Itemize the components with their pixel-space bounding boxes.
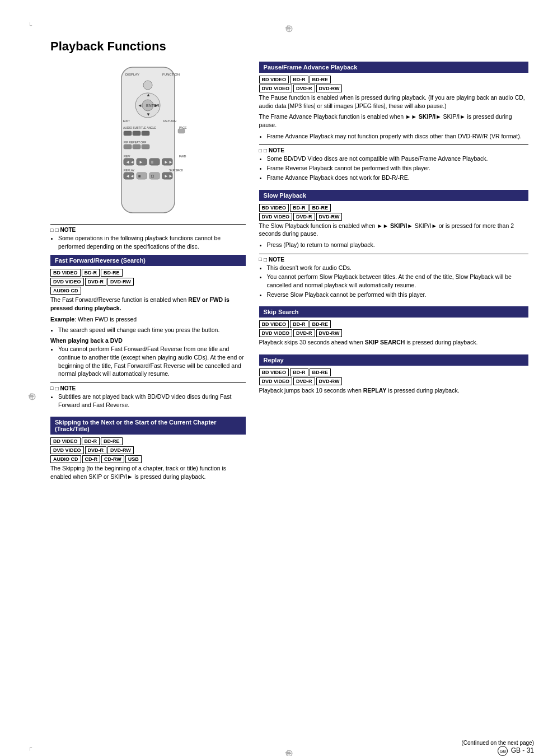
badge-dvd-r-p: DVD-R <box>293 85 315 92</box>
skipping-header: Skipping to the Next or the Start of the… <box>50 417 246 435</box>
badge-dvd-rw: DVD-RW <box>107 278 134 286</box>
badge-dvd-rw-r: DVD-RW <box>316 377 343 385</box>
page-num-text: GB - 31 <box>511 746 534 754</box>
pause-note-item-1: Frame Reverse Playback cannot be perform… <box>267 164 528 172</box>
slow-note-item-2: Reverse Slow Playback cannot be performe… <box>267 291 528 299</box>
slow-note-box: □ NOTE This doesn't work for audio CDs. … <box>259 254 528 299</box>
slow-body1: The Slow Playback function is enabled wh… <box>259 222 528 238</box>
pause-note-title: □ NOTE <box>259 147 528 153</box>
intro-note-box: □ NOTE Some operations in the following … <box>50 224 246 250</box>
ff-bullets: The search speed will change each time y… <box>50 326 246 334</box>
badge-dvd-video: DVD VIDEO <box>50 278 84 286</box>
ff-note-item: Subtitles are not played back with BD/DV… <box>58 393 246 409</box>
badge-dvd-r: DVD-R <box>85 278 107 286</box>
replay-body: Playback jumps back 10 seconds when REPL… <box>259 386 528 395</box>
corner-mark-tl: └ <box>28 22 32 29</box>
skip-badges-row1: BD VIDEO BD-R BD-RE <box>50 437 246 445</box>
fast-forward-header: Fast Forward/Reverse (Search) <box>50 255 246 266</box>
page-container: └ ┘ ┌ ┐ ⊕ ⊕ ⊕ ⊕ Playback Playback Functi… <box>22 17 534 756</box>
ff-note-box: □ NOTE Subtitles are not played back wit… <box>50 382 246 409</box>
svg-text:AUDIO SUBTITLE ANGLE: AUDIO SUBTITLE ANGLE <box>123 126 157 129</box>
skip-badges-row2: DVD VIDEO DVD-R DVD-RW <box>50 446 246 454</box>
svg-point-3 <box>143 81 152 90</box>
badge-bd-r: BD-R <box>82 269 100 277</box>
skip-search-section: Skip Search BD VIDEO BD-R BD-RE DVD VIDE… <box>259 306 528 347</box>
intro-note-list: Some operations in the following playbac… <box>50 234 246 250</box>
replay-bold: REPLAY <box>363 387 387 394</box>
badge-dvd-rw-sl: DVD-RW <box>316 213 343 221</box>
page-footer: (Continued on the next page) GB GB - 31 <box>461 740 534 756</box>
slow-note-item-1: You cannot perform Slow Playback between… <box>267 273 528 289</box>
ff-badges-row2: DVD VIDEO DVD-R DVD-RW <box>50 278 246 286</box>
badge-dvd-rw-s: DVD-RW <box>107 446 134 454</box>
svg-text:PIP  REPEAT  OFF: PIP REPEAT OFF <box>124 141 146 144</box>
pause-body1: The Pause function is enabled when is pr… <box>259 94 528 110</box>
svg-rect-22 <box>142 144 149 149</box>
badge-dvd-r-sl: DVD-R <box>293 213 315 221</box>
svg-text:►: ► <box>139 160 143 165</box>
intro-note-title: □ NOTE <box>50 227 246 233</box>
badge-bd-re-ss: BD-RE <box>310 320 331 328</box>
badge-bd-video-p: BD VIDEO <box>259 76 289 83</box>
badge-dvd-rw-ss: DVD-RW <box>316 329 343 337</box>
crosshair-left: ⊕ <box>28 390 37 399</box>
crosshair-bottom: ⊕ <box>285 747 294 756</box>
slow-note-title: □ NOTE <box>259 256 528 263</box>
badge-bd-video-sl: BD VIDEO <box>259 204 289 212</box>
pause-note-item-0: Some BD/DVD Video discs are not compatib… <box>267 155 528 163</box>
main-content: DISPLAY FUNCTION ENTER ▲ ▼ ◄ ► EXIT RETU… <box>50 62 528 489</box>
badge-bd-video-ss: BD VIDEO <box>259 320 289 328</box>
svg-text:◄◄: ◄◄ <box>125 174 134 179</box>
replay-badges-row1: BD VIDEO BD-R BD-RE <box>259 368 528 376</box>
badge-bd-r-r: BD-R <box>290 368 308 376</box>
badge-usb-s: USB <box>125 455 142 463</box>
page-number: GB GB - 31 <box>461 746 534 756</box>
badge-dvd-video-ss: DVD VIDEO <box>259 329 293 337</box>
pause-bullet1: Frame Advance Playback may not function … <box>267 132 528 141</box>
badge-bd-r-p: BD-R <box>290 76 308 83</box>
ff-body1: The Fast Forward/Reverse function is ena… <box>50 296 246 312</box>
svg-rect-15 <box>124 131 132 136</box>
pause-header: Pause/Frame Advance Playback <box>259 62 528 73</box>
badge-bd-video-r: BD VIDEO <box>259 368 289 376</box>
replay-section: Replay BD VIDEO BD-R BD-RE DVD VIDEO DVD… <box>259 354 528 395</box>
right-column: Pause/Frame Advance Playback BD VIDEO BD… <box>259 62 528 489</box>
svg-text:SKP SRCH: SKP SRCH <box>169 169 184 172</box>
ff-sub-heading: When playing back a DVD <box>50 337 246 344</box>
skip-search-bold: SKIP SEARCH <box>365 339 405 346</box>
pause-section: Pause/Frame Advance Playback BD VIDEO BD… <box>259 62 528 182</box>
svg-text:REPLAY: REPLAY <box>124 169 135 172</box>
badge-bd-re-s: BD-RE <box>101 437 123 445</box>
badge-bd-re: BD-RE <box>101 269 123 277</box>
badge-bd-re-p: BD-RE <box>310 76 331 83</box>
badge-dvd-r-r: DVD-R <box>293 377 315 385</box>
slow-note-list: This doesn't work for audio CDs. You can… <box>259 264 528 299</box>
pause-note-item-2: Frame Advance Playback does not work for… <box>267 174 528 182</box>
ff-example: Example: When FWD is pressed <box>50 315 246 324</box>
replay-badges-row2: DVD VIDEO DVD-R DVD-RW <box>259 377 528 385</box>
skip-badges-row3: AUDIO CD CD-R CD-RW USB <box>50 455 246 463</box>
svg-text:FWD: FWD <box>179 155 186 158</box>
svg-text:■: ■ <box>138 174 141 179</box>
badge-dvd-video-sl: DVD VIDEO <box>259 213 293 221</box>
badge-bd-video: BD VIDEO <box>50 269 81 277</box>
ff-note-icon: □ <box>55 385 58 391</box>
badge-bd-r-sl: BD-R <box>290 204 308 212</box>
svg-text:►►: ►► <box>164 160 173 165</box>
slow-skip-label: ►► SKIP/I► <box>377 222 413 229</box>
svg-rect-20 <box>124 144 132 149</box>
slow-note-icon: □ <box>264 256 267 263</box>
badge-bd-re-sl: BD-RE <box>310 204 331 212</box>
svg-text:►: ► <box>154 103 158 108</box>
badge-dvd-rw-p: DVD-RW <box>316 85 343 92</box>
badge-bd-video-s: BD VIDEO <box>50 437 81 445</box>
pause-badges-row1: BD VIDEO BD-R BD-RE <box>259 76 528 83</box>
slow-bullets: Press (Play) to return to normal playbac… <box>259 241 528 249</box>
replay-header: Replay <box>259 354 528 366</box>
skip-search-header: Skip Search <box>259 306 528 318</box>
crosshair-top: ⊕ <box>285 22 294 31</box>
badge-cd-r-s: CD-R <box>82 455 101 463</box>
intro-note-item: Some operations in the following playbac… <box>58 234 246 250</box>
pause-note-box: □ NOTE Some BD/DVD Video discs are not c… <box>259 144 528 181</box>
skip-search-badges-row1: BD VIDEO BD-R BD-RE <box>259 320 528 328</box>
